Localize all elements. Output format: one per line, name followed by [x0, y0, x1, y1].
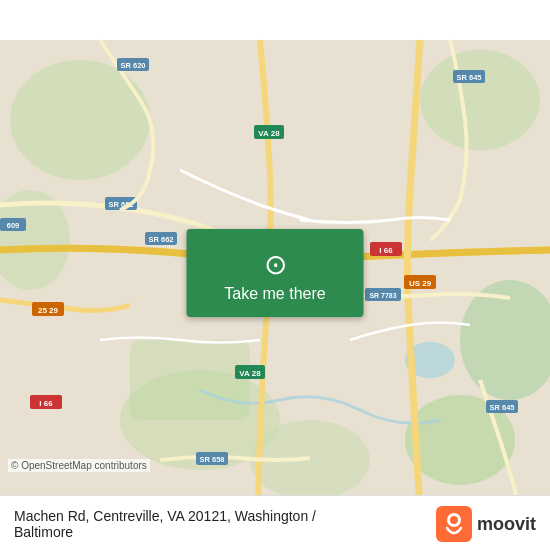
svg-text:SR 658: SR 658 — [199, 455, 224, 464]
address-line2: Baltimore — [14, 524, 316, 540]
address-block: Machen Rd, Centreville, VA 20121, Washin… — [14, 508, 316, 540]
take-me-there-button[interactable]: ⊙ Take me there — [187, 229, 364, 317]
svg-text:SR 645: SR 645 — [456, 73, 481, 82]
take-me-there-label: Take me there — [224, 285, 325, 303]
bottom-bar: Machen Rd, Centreville, VA 20121, Washin… — [0, 495, 550, 550]
svg-rect-8 — [130, 340, 250, 420]
svg-text:VA 28: VA 28 — [239, 369, 261, 378]
svg-text:SR 620: SR 620 — [120, 61, 145, 70]
svg-text:SR 645: SR 645 — [489, 403, 514, 412]
svg-text:SR 7783: SR 7783 — [369, 292, 396, 299]
svg-text:I 66: I 66 — [379, 246, 393, 255]
svg-point-1 — [10, 60, 150, 180]
svg-point-3 — [420, 50, 540, 150]
svg-text:VA 28: VA 28 — [258, 129, 280, 138]
map-container: I 66 I 66 US 29 VA 28 VA 28 SR 662 SR 66… — [0, 0, 550, 550]
svg-point-40 — [450, 516, 458, 524]
address-line1: Machen Rd, Centreville, VA 20121, Washin… — [14, 508, 316, 524]
moovit-icon — [436, 506, 472, 542]
take-me-there-inner[interactable]: ⊙ Take me there — [187, 229, 364, 317]
svg-text:25 29: 25 29 — [38, 306, 59, 315]
svg-text:US 29: US 29 — [409, 279, 432, 288]
osm-credit: © OpenStreetMap contributors — [8, 459, 150, 472]
svg-text:SR 662: SR 662 — [148, 235, 173, 244]
moovit-logo: moovit — [436, 506, 536, 542]
svg-text:I 66: I 66 — [39, 399, 53, 408]
svg-text:609: 609 — [7, 221, 20, 230]
moovit-brand-name: moovit — [477, 514, 536, 535]
location-pin-icon: ⊙ — [264, 251, 287, 279]
